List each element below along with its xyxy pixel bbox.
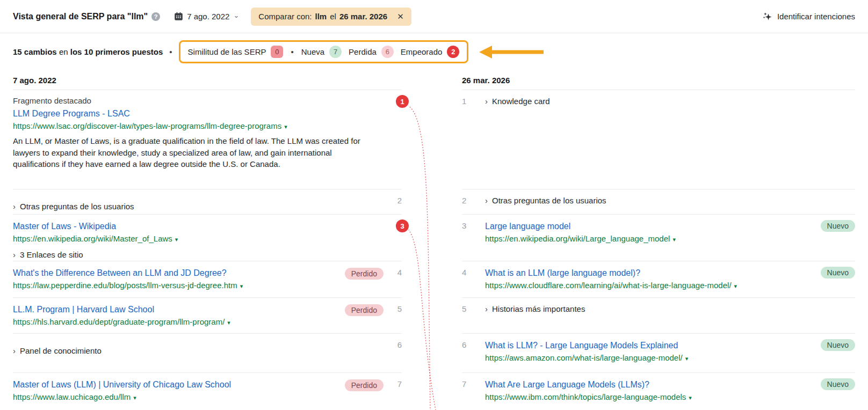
- url-caret-icon[interactable]: ▾: [689, 394, 692, 401]
- serp-row-feature: › Panel de conocimiento 6: [13, 334, 402, 373]
- result-description: An LLM, or Master of Laws, is a graduate…: [13, 135, 361, 170]
- serp-row-featured-snippet: Fragmento destacado LLM Degree Programs …: [13, 90, 402, 189]
- metric-label: Perdida: [349, 47, 377, 56]
- column-date-after: 26 mar. 2026: [462, 70, 855, 90]
- result-url: https://hls.harvard.edu/dept/graduate-pr…: [13, 316, 345, 328]
- url-caret-icon[interactable]: ▾: [240, 283, 243, 289]
- compare-keyword: llm: [315, 12, 327, 21]
- result-link[interactable]: What is an LLM (large language model)?: [485, 267, 821, 279]
- result-link[interactable]: LLM Degree Programs - LSAC: [13, 108, 402, 120]
- serp-feature-toggle[interactable]: › Historias más importantes: [485, 304, 855, 313]
- worsened-count-badge: 2: [447, 46, 459, 58]
- result-link[interactable]: Master of Laws (LLM) | University of Chi…: [13, 379, 345, 391]
- result-url: https://en.wikipedia.org/wiki/Large_lang…: [485, 233, 821, 245]
- result-url: https://www.law.uchicago.edu/llm▾: [13, 391, 345, 404]
- position-number: 2: [462, 189, 475, 214]
- stats-bar: 15 cambios en los 10 primeros puestos • …: [0, 33, 868, 70]
- compare-date: 26 mar. 2026: [339, 12, 387, 21]
- result-url: https://law.pepperdine.edu/blog/posts/ll…: [13, 280, 345, 292]
- help-icon[interactable]: ?: [151, 12, 160, 21]
- url-caret-icon[interactable]: ▾: [175, 236, 178, 243]
- changes-summary: 15 cambios en los 10 primeros puestos: [13, 47, 163, 56]
- changes-mid: en: [59, 47, 68, 56]
- result-url: https://www.lsac.org/discover-law/types-…: [13, 120, 402, 133]
- lost-count-badge: 6: [381, 46, 394, 58]
- expand-chevron-icon: ›: [13, 250, 16, 259]
- serp-row-result: What's the Difference Between an LLM and…: [13, 261, 402, 298]
- annotation-arrow-icon: [479, 45, 545, 59]
- result-link[interactable]: What Are Large Language Models (LLMs)?: [485, 379, 821, 391]
- url-caret-icon[interactable]: ▾: [133, 394, 136, 401]
- serp-similarity-badge: 0: [271, 46, 283, 58]
- bullet-separator: •: [291, 47, 293, 56]
- expand-chevron-icon: ›: [485, 304, 488, 313]
- url-caret-icon[interactable]: ▾: [227, 319, 230, 326]
- changes-scope: los 10 primeros puestos: [70, 47, 163, 56]
- serp-row-result: Master of Laws (LLM) | University of Chi…: [13, 373, 402, 410]
- url-caret-icon[interactable]: ▾: [672, 236, 676, 243]
- expand-chevron-icon: ›: [485, 97, 488, 106]
- position-number: 7: [462, 373, 475, 410]
- compare-banner: Comparar con: llm el 26 mar. 2026 ✕: [251, 8, 411, 26]
- metric-worsened: Empeorado 2: [401, 46, 460, 58]
- result-link[interactable]: What is LLM? - Large Language Models Exp…: [485, 340, 821, 352]
- position-number: 4: [393, 268, 402, 277]
- result-url: https://www.cloudflare.com/learning/ai/w…: [485, 280, 821, 292]
- compare-middle: el: [330, 12, 336, 21]
- feature-label: Panel de conocimiento: [20, 346, 102, 355]
- serp-comparison: 7 ago. 2022 Fragmento destacado LLM Degr…: [0, 70, 868, 410]
- serp-row-result: 3 Large language model https://en.wikipe…: [462, 215, 855, 261]
- new-badge: Nuevo: [821, 339, 855, 351]
- serp-feature-toggle[interactable]: › Otras preguntas de los usuarios: [13, 195, 393, 211]
- identify-intents-button[interactable]: Identificar intenciones: [762, 11, 855, 22]
- serp-row-result: 6 What is LLM? - Large Language Models E…: [462, 334, 855, 373]
- identify-intents-label: Identificar intenciones: [777, 12, 855, 21]
- serp-row-result: 7 What Are Large Language Models (LLMs)?…: [462, 373, 855, 410]
- metric-lost: Perdida 6: [349, 46, 394, 58]
- moved-position-marker: 3: [396, 219, 409, 232]
- compare-prefix: Comparar con:: [258, 12, 312, 21]
- metric-serp-similarity: Similitud de las SERP 0: [188, 46, 284, 58]
- serp-row-feature: 5 › Historias más importantes: [462, 298, 855, 334]
- expand-chevron-icon: ›: [485, 196, 488, 205]
- result-link[interactable]: LL.M. Program | Harvard Law School: [13, 304, 345, 316]
- feature-label: Otras preguntas de los usuarios: [20, 202, 134, 211]
- date-picker[interactable]: 7 ago. 2022 ⌄: [174, 12, 239, 21]
- position-number: 5: [393, 304, 402, 313]
- position-number: 6: [462, 334, 475, 372]
- url-caret-icon[interactable]: ▾: [685, 355, 689, 362]
- serp-row-result: Master of Laws - Wikipedia https://en.wi…: [13, 215, 402, 261]
- result-url: https://en.wikipedia.org/wiki/Master_of_…: [13, 233, 402, 245]
- position-number: 3: [462, 215, 475, 261]
- lost-badge: Perdido: [345, 268, 384, 280]
- serp-column-before: 7 ago. 2022 Fragmento destacado LLM Degr…: [13, 70, 402, 410]
- expand-chevron-icon: ›: [13, 202, 16, 211]
- result-url: https://aws.amazon.com/what-is/large-lan…: [485, 352, 821, 364]
- metric-label: Nueva: [301, 47, 324, 56]
- url-caret-icon[interactable]: ▾: [734, 283, 737, 289]
- metric-label: Empeorado: [401, 47, 443, 56]
- serp-feature-toggle[interactable]: › Panel de conocimiento: [13, 340, 393, 355]
- changes-count: 15 cambios: [13, 47, 57, 56]
- result-url: https://www.ibm.com/think/topics/large-l…: [485, 391, 821, 404]
- feature-label: Historias más importantes: [492, 304, 585, 313]
- serp-row-feature: › Otras preguntas de los usuarios 2: [13, 189, 402, 215]
- sparkle-icon: [762, 11, 772, 22]
- metric-label: Similitud de las SERP: [188, 47, 266, 56]
- metric-new: Nueva 7: [301, 46, 342, 58]
- close-icon[interactable]: ✕: [397, 12, 404, 21]
- sitelinks-toggle[interactable]: › 3 Enlaces de sitio: [13, 250, 402, 259]
- serp-row-feature: 1 › Knowledge card: [462, 90, 855, 189]
- serp-row-feature: 2 › Otras preguntas de los usuarios: [462, 189, 855, 215]
- page-title: Vista general de SERP para "llm": [13, 12, 148, 21]
- url-caret-icon[interactable]: ▾: [284, 123, 287, 130]
- position-number: 2: [393, 196, 402, 205]
- serp-feature-toggle[interactable]: › Otras preguntas de los usuarios: [485, 195, 855, 205]
- feature-label: Knowledge card: [492, 97, 550, 106]
- result-link[interactable]: Master of Laws - Wikipedia: [13, 221, 402, 232]
- result-link[interactable]: What's the Difference Between an LLM and…: [13, 267, 345, 279]
- result-link[interactable]: Large language model: [485, 221, 821, 232]
- serp-row-result: 4 What is an LLM (large language model)?…: [462, 261, 855, 298]
- serp-feature-toggle[interactable]: › Knowledge card: [485, 96, 855, 106]
- serp-row-result: LL.M. Program | Harvard Law School https…: [13, 298, 402, 334]
